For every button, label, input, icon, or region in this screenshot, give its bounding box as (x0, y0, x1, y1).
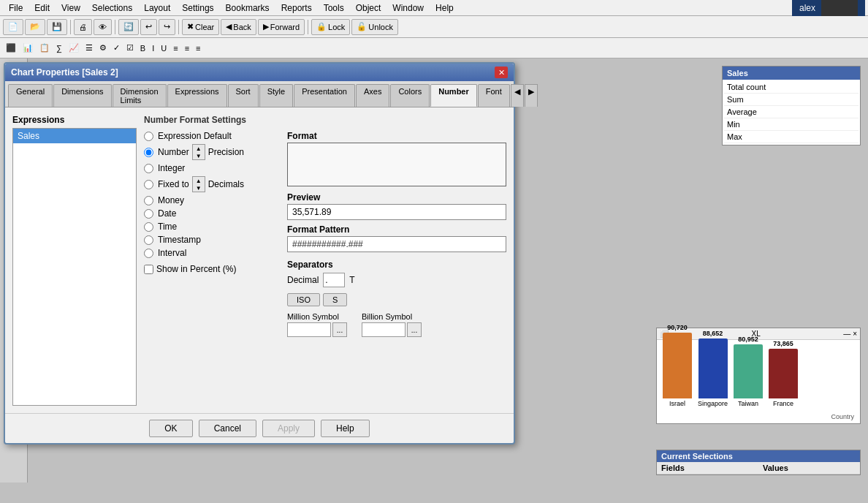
toolbar-undo[interactable]: ↩ (140, 19, 157, 35)
tb2-btn2[interactable]: 📊 (20, 40, 36, 56)
tb2-btn5[interactable]: 📈 (66, 40, 82, 56)
tab-dimension-limits[interactable]: Dimension Limits (113, 84, 167, 107)
billion-symbol-input[interactable] (362, 322, 406, 337)
toolbar-new[interactable]: 📄 (3, 19, 23, 35)
tb2-btn8[interactable]: ✓ (110, 40, 123, 56)
chart-axis-label: Country (657, 413, 860, 423)
menu-view[interactable]: View (56, 1, 86, 15)
radio-fixed[interactable]: Fixed to (144, 179, 189, 189)
toolbar-redo[interactable]: ↪ (159, 19, 175, 35)
precision-down[interactable]: ▼ (193, 152, 205, 159)
radio-integer-input[interactable] (144, 164, 153, 173)
expr-item-sales[interactable]: Sales (13, 129, 136, 143)
tab-arrow-left[interactable]: ◀ (511, 84, 524, 107)
tab-axes[interactable]: Axes (356, 84, 389, 107)
tab-style[interactable]: Style (259, 84, 293, 107)
tb2-btn14[interactable]: ≡ (182, 40, 192, 56)
tb2-btn7[interactable]: ⚙ (96, 40, 110, 56)
toolbar-lock[interactable]: 🔒 Lock (311, 19, 350, 35)
tab-arrow-right[interactable]: ▶ (525, 84, 538, 107)
radio-number-input[interactable] (144, 148, 153, 157)
toolbar-forward[interactable]: ▶ Forward (258, 19, 305, 35)
auto-button[interactable]: S (323, 293, 347, 306)
main-content: Y 20 20 20 20 20 M D 1 15 22 29 M Salesm… (0, 58, 868, 483)
radio-number[interactable]: Number (144, 147, 189, 157)
million-symbol-btn[interactable]: ... (332, 322, 347, 337)
tab-sort[interactable]: Sort (228, 84, 259, 107)
radio-interval-input[interactable] (144, 249, 153, 258)
radio-expr-default[interactable]: Expression Default (144, 131, 275, 141)
toolbar-reload[interactable]: 🔄 (118, 19, 139, 35)
tb2-btn3[interactable]: 📋 (37, 40, 53, 56)
toolbar-back[interactable]: ◀ Back (221, 19, 256, 35)
menu-file[interactable]: File (3, 1, 28, 15)
tab-presentation[interactable]: Presentation (294, 84, 355, 107)
toolbar-unlock[interactable]: 🔓 Unlock (351, 19, 398, 35)
radio-money-input[interactable] (144, 196, 153, 205)
precision-spinner[interactable]: ▲ ▼ (192, 144, 205, 160)
iso-button[interactable]: ISO (287, 293, 320, 306)
tab-colors[interactable]: Colors (390, 84, 430, 107)
radio-integer[interactable]: Integer (144, 163, 275, 173)
radio-timestamp-input[interactable] (144, 235, 153, 245)
tb2-btn1[interactable]: ⬛ (3, 40, 19, 56)
toolbar-preview[interactable]: 👁 (94, 19, 112, 35)
menu-window[interactable]: Window (387, 1, 430, 15)
menu-selections[interactable]: Selections (86, 1, 138, 15)
fixed-up[interactable]: ▲ (193, 177, 205, 184)
chart-bars: 90,720 Israel 88,652 Singapore 80,952 Ta… (657, 340, 860, 413)
tab-expressions[interactable]: Expressions (167, 84, 227, 107)
toolbar-open[interactable]: 📂 (25, 19, 45, 35)
menu-object[interactable]: Object (350, 1, 387, 15)
tb2-btn11[interactable]: I (149, 40, 157, 56)
radio-time-input[interactable] (144, 222, 153, 232)
toolbar-print[interactable]: 🖨 (74, 19, 92, 35)
radio-date[interactable]: Date (144, 208, 275, 219)
million-symbol-input[interactable] (287, 322, 331, 337)
menu-reports[interactable]: Reports (275, 1, 318, 15)
radio-timestamp[interactable]: Timestamp (144, 235, 275, 245)
menu-layout[interactable]: Layout (138, 1, 176, 15)
radio-fixed-input[interactable] (144, 180, 153, 189)
expressions-label: Expressions (12, 115, 137, 125)
radio-interval[interactable]: Interval (144, 248, 275, 258)
cancel-button[interactable]: Cancel (199, 420, 256, 437)
tab-number[interactable]: Number (430, 84, 477, 107)
fixed-spinner[interactable]: ▲ ▼ (192, 176, 205, 192)
tb2-btn15[interactable]: ≡ (193, 40, 203, 56)
tb2-btn4[interactable]: ∑ (53, 40, 65, 56)
tb2-btn10[interactable]: B (137, 40, 148, 56)
radio-money[interactable]: Money (144, 195, 275, 205)
apply-button[interactable]: Apply (262, 420, 315, 437)
billion-symbol-btn[interactable]: ... (407, 322, 422, 337)
sales-row-avg: Average (724, 106, 859, 118)
radio-date-input[interactable] (144, 209, 153, 219)
menu-tools[interactable]: Tools (318, 1, 350, 15)
sep2 (115, 20, 115, 34)
menu-settings[interactable]: Settings (176, 1, 219, 15)
tb2-btn6[interactable]: ☰ (83, 40, 96, 56)
tab-dimensions[interactable]: Dimensions (53, 84, 111, 107)
toolbar-save[interactable]: 💾 (47, 19, 67, 35)
dialog-close-button[interactable]: ✕ (495, 67, 508, 78)
menu-help[interactable]: Help (430, 1, 460, 15)
number-format-title: Number Format Settings (144, 115, 506, 125)
menu-bookmarks[interactable]: Bookmarks (220, 1, 275, 15)
menu-edit[interactable]: Edit (28, 1, 56, 15)
dialog-title: Chart Properties [Sales 2] (11, 67, 118, 77)
decimal-input[interactable] (323, 273, 345, 287)
show-percent-checkbox[interactable] (144, 265, 153, 274)
radio-time[interactable]: Time (144, 222, 275, 232)
toolbar-clear[interactable]: ✖ Clear (182, 19, 219, 35)
tb2-btn12[interactable]: U (158, 40, 170, 56)
tb2-btn13[interactable]: ≡ (170, 40, 180, 56)
fixed-down[interactable]: ▼ (193, 184, 205, 192)
radio-expr-default-input[interactable] (144, 132, 153, 141)
precision-up[interactable]: ▲ (193, 145, 205, 152)
help-button[interactable]: Help (321, 420, 370, 437)
dialog-tabs: General Dimensions Dimension Limits Expr… (5, 81, 514, 107)
tab-general[interactable]: General (8, 84, 53, 107)
ok-button[interactable]: OK (149, 420, 192, 437)
tb2-btn9[interactable]: ☑ (123, 40, 137, 56)
tab-font[interactable]: Font (478, 84, 510, 107)
